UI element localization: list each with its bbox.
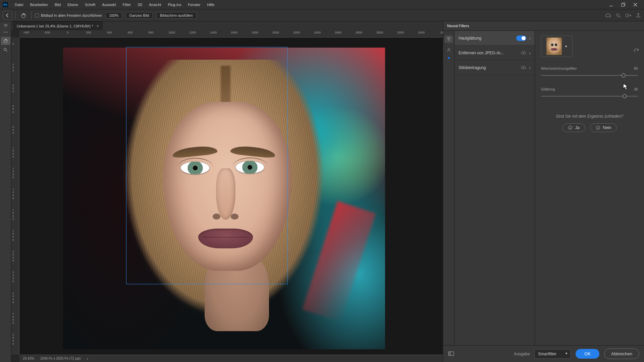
ruler-h-tick: 800 bbox=[148, 31, 153, 34]
svg-point-12 bbox=[4, 48, 7, 51]
face-selector[interactable]: ▾ bbox=[541, 36, 573, 57]
ruler-v-tick: 2 6 0 0 bbox=[12, 312, 18, 324]
edit-toolbar-icon[interactable] bbox=[1, 28, 10, 36]
ruler-v-tick: 2 8 0 0 bbox=[12, 333, 18, 345]
menu-fenster[interactable]: Fenster bbox=[184, 1, 204, 8]
close-tab-icon[interactable]: × bbox=[96, 23, 99, 28]
cloud-download-icon[interactable] bbox=[521, 50, 526, 56]
menu-3d[interactable]: 3D bbox=[134, 1, 146, 8]
ruler-h-tick: 2800 bbox=[356, 31, 362, 34]
filter-toggle[interactable] bbox=[516, 36, 526, 41]
output-select[interactable]: Smartfilter bbox=[534, 349, 571, 359]
menu-ansicht[interactable]: Ansicht bbox=[146, 1, 164, 8]
window-restore-button[interactable] bbox=[617, 1, 629, 9]
feedback-yes-label: Ja bbox=[575, 125, 580, 130]
ruler-h-tick: 400 bbox=[107, 31, 112, 34]
ruler-horizontal[interactable]: -400-20002004006008001000120014001600180… bbox=[19, 30, 443, 38]
ruler-h-tick: 200 bbox=[86, 31, 91, 34]
neural-filters-tab[interactable]: Neural Filters bbox=[446, 22, 470, 31]
ruler-h-tick: 1200 bbox=[189, 31, 196, 34]
filter-row-jpeg-artifacts[interactable]: Entfernen von JPEG-Ar... › bbox=[454, 46, 535, 60]
output-label: Ausgabe bbox=[514, 352, 530, 356]
window-minimize-button[interactable] bbox=[605, 1, 617, 9]
filter-row-skin-smoothing[interactable]: Hautglättung › bbox=[454, 31, 535, 46]
back-button[interactable] bbox=[3, 11, 12, 20]
cloud-status-icon[interactable] bbox=[605, 12, 611, 18]
menu-bild[interactable]: Bild bbox=[51, 1, 64, 8]
ruler-v-tick: 2 2 0 0 bbox=[12, 271, 18, 283]
menu-schrift[interactable]: Schrift bbox=[82, 1, 99, 8]
ruler-h-tick: 3400 bbox=[418, 31, 425, 34]
window-close-button[interactable] bbox=[629, 1, 641, 9]
menu-datei[interactable]: Datei bbox=[11, 1, 27, 8]
zoom-tool[interactable] bbox=[1, 46, 10, 54]
svg-point-5 bbox=[616, 13, 619, 16]
feedback-no-button[interactable]: Nein bbox=[590, 123, 617, 132]
share-icon[interactable] bbox=[635, 12, 641, 18]
ruler-v-tick: 6 0 0 bbox=[12, 105, 18, 114]
preview-toggle-icon[interactable] bbox=[448, 350, 455, 358]
smoothness-slider-value: 36 bbox=[634, 87, 638, 91]
filter-controls: ▾ Weichzeichnungsfilter85 Glättung36 Sin… bbox=[535, 31, 644, 345]
fill-screen-button[interactable]: Bildschirm ausfüllen bbox=[156, 12, 197, 19]
filter-category-beta-indicator[interactable] bbox=[448, 57, 450, 59]
ok-button[interactable]: OK bbox=[576, 349, 599, 359]
canvas[interactable] bbox=[19, 38, 443, 355]
reset-icon[interactable] bbox=[633, 48, 639, 54]
feedback-yes-button[interactable]: Ja bbox=[562, 123, 585, 132]
menu-filter[interactable]: Filter bbox=[119, 1, 134, 8]
options-bar: Bildlauf in allen Fenstern durchführen 1… bbox=[0, 9, 644, 21]
search-icon[interactable] bbox=[615, 12, 621, 18]
scroll-all-windows-checkbox[interactable]: Bildlauf in allen Fenstern durchführen bbox=[35, 13, 102, 17]
svg-point-11 bbox=[7, 32, 7, 33]
blur-slider-value: 85 bbox=[634, 66, 638, 70]
ruler-v-tick: 1 0 0 0 bbox=[12, 146, 18, 158]
menu-plug-ins[interactable]: Plug-ins bbox=[164, 1, 184, 8]
chevron-right-icon: › bbox=[529, 50, 531, 56]
status-zoom[interactable]: 29,43% bbox=[23, 357, 34, 360]
status-dimensions[interactable]: 3240 Px x 2926 Px (72 ppi) bbox=[40, 357, 81, 360]
ruler-v-tick: 2 0 0 bbox=[12, 63, 18, 72]
menu-auswahl[interactable]: Auswahl bbox=[99, 1, 119, 8]
document-tab-title: Unbenannt-1 bei 29,4% (Ebene 1, CMYK/8#)… bbox=[17, 24, 93, 28]
ruler-vertical[interactable]: 02 0 04 0 06 0 08 0 01 0 0 01 2 0 01 4 0… bbox=[11, 38, 19, 355]
menu-hilfe[interactable]: Hilfe bbox=[204, 1, 218, 8]
ruler-h-tick: 600 bbox=[127, 31, 132, 34]
document-area: Unbenannt-1 bei 29,4% (Ebene 1, CMYK/8#)… bbox=[11, 21, 443, 362]
hand-tool-icon bbox=[19, 11, 28, 20]
status-bar: 29,43% 3240 Px x 2926 Px (72 ppi) › bbox=[19, 355, 443, 362]
scroll-all-windows-label: Bildlauf in allen Fenstern durchführen bbox=[41, 13, 102, 17]
filter-name: Entfernen von JPEG-Ar... bbox=[459, 51, 518, 55]
feedback-no-label: Nein bbox=[603, 125, 611, 130]
ruler-h-tick: 2600 bbox=[335, 31, 341, 34]
zoom-100-button[interactable]: 100% bbox=[105, 12, 122, 19]
svg-point-14 bbox=[448, 48, 449, 50]
status-more-icon[interactable]: › bbox=[87, 356, 88, 361]
ruler-v-tick: 1 4 0 0 bbox=[12, 188, 18, 200]
menu-ebene[interactable]: Ebene bbox=[64, 1, 82, 8]
hand-tool[interactable] bbox=[1, 37, 10, 45]
cancel-button[interactable]: Abbrechen bbox=[604, 349, 639, 359]
cloud-download-icon[interactable] bbox=[521, 65, 526, 71]
ruler-v-tick: 2 0 0 0 bbox=[12, 250, 18, 262]
svg-point-16 bbox=[596, 126, 600, 130]
document-tab[interactable]: Unbenannt-1 bei 29,4% (Ebene 1, CMYK/8#)… bbox=[13, 21, 103, 30]
filter-name: Hautglättung bbox=[459, 36, 514, 41]
collapse-tools-icon[interactable] bbox=[1, 23, 10, 27]
neural-filters-footer: Ausgabe Smartfilter OK Abbrechen bbox=[443, 345, 644, 362]
ruler-v-tick: 0 bbox=[12, 42, 18, 45]
blur-slider[interactable] bbox=[541, 73, 638, 78]
fit-image-button[interactable]: Ganzes Bild bbox=[125, 12, 153, 19]
filter-row-style-transfer[interactable]: Stilübertragung › bbox=[454, 60, 535, 75]
workspace-switcher-icon[interactable]: ▾ bbox=[625, 12, 631, 18]
face-thumbnail bbox=[546, 38, 562, 55]
filter-category-featured-icon[interactable] bbox=[445, 36, 453, 43]
ruler-h-tick: 2000 bbox=[272, 31, 279, 34]
filter-category-portrait-icon[interactable] bbox=[446, 47, 452, 53]
smoothness-slider[interactable] bbox=[541, 94, 638, 99]
menu-bearbeiten[interactable]: Bearbeiten bbox=[27, 1, 51, 8]
ruler-v-tick: 1 8 0 0 bbox=[12, 229, 18, 241]
smoothness-slider-label: Glättung bbox=[541, 87, 555, 91]
document-tabs: Unbenannt-1 bei 29,4% (Ebene 1, CMYK/8#)… bbox=[11, 21, 443, 30]
ruler-h-tick: -400 bbox=[23, 31, 29, 34]
